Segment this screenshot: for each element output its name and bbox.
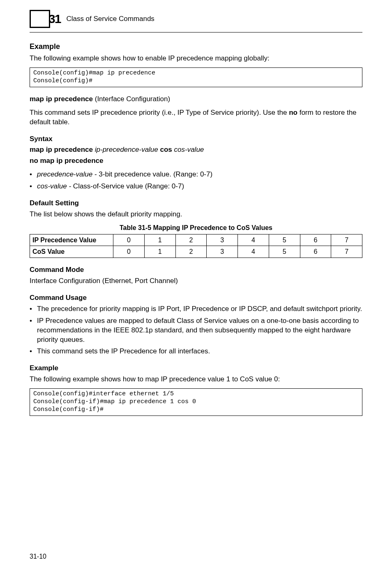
header-rule [30,32,362,32]
table-row1-label: IP Precedence Value [30,234,113,246]
table-cell: 6 [300,234,331,246]
syntax-param1-name: precedence-value [37,170,92,178]
chapter-badge: 31 [30,10,60,28]
command-name: map ip precedence [30,95,93,103]
table-cell: 1 [144,246,175,258]
example2-intro: The following example shows how to map I… [30,375,362,384]
syntax-l2-b: no map ip precedence [30,157,104,165]
syntax-param2: cos-value - Class-of-Service value (Rang… [30,182,362,191]
example2-heading: Example [30,364,362,373]
syntax-params: precedence-value - 3-bit precedence valu… [30,170,362,191]
usage-bullets: The precedence for priority mapping is I… [30,304,362,357]
example1-intro: The following example shows how to enabl… [30,54,362,63]
example1-heading: Example [30,42,362,51]
syntax-l1-i2: cos-value [174,146,204,153]
syntax-param2-name: cos-value - [37,182,71,190]
command-suffix: (Interface Configuration) [93,95,170,103]
list-item: IP Precedence values are mapped to defau… [30,316,362,345]
table-row2-label: CoS Value [30,246,113,258]
syntax-line2: no map ip precedence [30,156,362,166]
precedence-cos-table: IP Precedence Value 0 1 2 3 4 5 6 7 CoS … [30,234,362,258]
syntax-l1-i1: ip-precedence-value [95,146,158,153]
syntax-line1: map ip precedence ip-precedence-value co… [30,145,362,155]
table-cell: 0 [113,234,145,246]
table-row: IP Precedence Value 0 1 2 3 4 5 6 7 [30,234,362,246]
chapter-box-icon [30,10,50,28]
table-cell: 3 [207,246,238,258]
table-caption: Table 31-5 Mapping IP Precedence to CoS … [30,223,362,232]
table-cell: 2 [175,234,207,246]
default-text: The list below shows the default priorit… [30,210,362,219]
chapter-number: 31 [48,11,60,28]
page-header: 31 Class of Service Commands [30,10,362,28]
table-cell: 7 [331,246,362,258]
table-cell: 4 [238,234,269,246]
syntax-l1-b1: map ip precedence [30,146,95,153]
table-cell: 5 [269,234,300,246]
mode-heading: Command Mode [30,265,362,275]
example1-code: Console(config)#map ip precedence Consol… [30,67,362,87]
table-row: CoS Value 0 1 2 3 4 5 6 7 [30,246,362,258]
syntax-param1: precedence-value - 3-bit precedence valu… [30,170,362,179]
table-cell: 0 [113,246,145,258]
table-cell: 4 [238,246,269,258]
syntax-l1-b2: cos [158,146,174,153]
page: 31 Class of Service Commands Example The… [0,0,392,571]
command-desc-no: no [289,109,297,116]
command-description: This command sets IP precedence priority… [30,108,362,127]
page-number: 31-10 [30,552,46,561]
list-item: The precedence for priority mapping is I… [30,304,362,314]
table-cell: 3 [207,234,238,246]
list-item: This command sets the IP Precedence for … [30,347,362,356]
command-heading-line: map ip precedence (Interface Configurati… [30,95,362,104]
table-cell: 7 [331,234,362,246]
table-cell: 5 [269,246,300,258]
syntax-heading: Syntax [30,135,362,144]
mode-text: Interface Configuration (Ethernet, Port … [30,276,362,286]
example2-code: Console(config)#interface ethernet 1/5 C… [30,388,362,415]
syntax-param2-desc: Class-of-Service value (Range: 0-7) [71,182,184,190]
table-cell: 6 [300,246,331,258]
default-heading: Default Setting [30,199,362,208]
chapter-label: Class of Service Commands [66,14,154,24]
syntax-param1-desc: - 3-bit precedence value. (Range: 0-7) [92,170,212,178]
table-cell: 2 [175,246,207,258]
command-desc-pre: This command sets IP precedence priority… [30,109,289,116]
usage-heading: Command Usage [30,293,362,303]
table-cell: 1 [144,234,175,246]
